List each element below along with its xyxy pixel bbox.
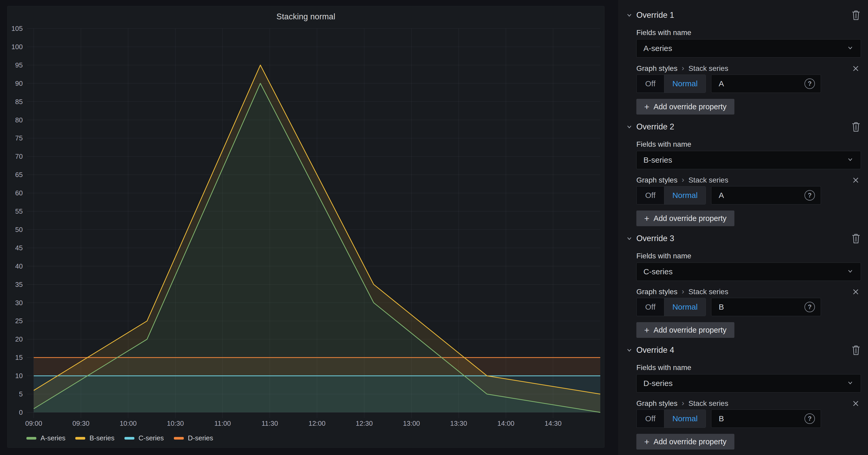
- field-name-select[interactable]: A-series: [637, 39, 861, 58]
- radio-option-normal[interactable]: Normal: [664, 75, 706, 93]
- svg-text:80: 80: [15, 116, 23, 124]
- svg-text:70: 70: [15, 152, 23, 160]
- chevron-down-icon[interactable]: [626, 12, 633, 19]
- add-override-property-button[interactable]: + Add override property: [637, 434, 735, 450]
- breadcrumb-property: Stack series: [688, 176, 728, 184]
- stack-group-input[interactable]: B ?: [711, 298, 821, 316]
- legend-color-chip: [174, 437, 184, 439]
- svg-text:45: 45: [15, 244, 23, 252]
- stacking-mode-radio-group: Off Normal: [637, 186, 706, 205]
- radio-option-off[interactable]: Off: [637, 75, 664, 93]
- field-name-value: C-series: [643, 267, 846, 276]
- trash-icon[interactable]: [850, 232, 862, 245]
- radio-option-normal[interactable]: Normal: [664, 298, 706, 316]
- svg-text:14:30: 14:30: [545, 419, 562, 427]
- close-icon[interactable]: [850, 63, 861, 74]
- trash-icon[interactable]: [850, 121, 862, 133]
- legend-item-a-series[interactable]: A-series: [26, 434, 65, 442]
- svg-text:90: 90: [15, 80, 23, 87]
- override-section: Override 4 Fields with name D-series Gra…: [618, 335, 868, 447]
- chevron-down-icon: [846, 268, 854, 276]
- svg-text:75: 75: [15, 134, 23, 142]
- override-title: Override 1: [637, 10, 674, 20]
- breadcrumb-property: Stack series: [688, 287, 728, 296]
- legend-item-c-series[interactable]: C-series: [124, 434, 164, 442]
- stacking-mode-radio-group: Off Normal: [637, 74, 706, 93]
- radio-option-off[interactable]: Off: [637, 298, 664, 316]
- override-section: Override 1 Fields with name A-series Gra…: [618, 0, 868, 112]
- svg-text:100: 100: [11, 43, 23, 51]
- fields-with-name-label: Fields with name: [637, 363, 691, 372]
- svg-text:35: 35: [15, 280, 23, 289]
- stack-group-input[interactable]: B ?: [711, 410, 821, 428]
- add-override-property-label: Add override property: [654, 437, 726, 446]
- fields-with-name-label: Fields with name: [637, 252, 691, 260]
- svg-text:60: 60: [15, 189, 23, 197]
- radio-option-normal[interactable]: Normal: [664, 186, 706, 204]
- breadcrumb-category: Graph styles: [637, 176, 677, 184]
- legend-item-b-series[interactable]: B-series: [75, 434, 114, 442]
- override-title: Override 3: [637, 234, 674, 243]
- chevron-down-icon: [846, 379, 854, 388]
- plus-icon: +: [644, 102, 649, 111]
- stack-group-input[interactable]: A ?: [711, 74, 821, 93]
- stacking-mode-radio-group: Off Normal: [637, 298, 706, 316]
- stack-group-input[interactable]: A ?: [711, 186, 821, 205]
- svg-text:5: 5: [19, 390, 23, 398]
- radio-option-off[interactable]: Off: [637, 410, 664, 428]
- chevron-down-icon: [846, 156, 854, 164]
- radio-option-off[interactable]: Off: [637, 186, 664, 204]
- radio-option-normal[interactable]: Normal: [664, 410, 706, 428]
- chevron-down-icon[interactable]: [626, 347, 633, 354]
- breadcrumb-category: Graph styles: [637, 399, 677, 408]
- legend-color-chip: [124, 437, 134, 439]
- help-icon: ?: [804, 79, 815, 89]
- svg-text:14:00: 14:00: [497, 419, 514, 427]
- field-name-select[interactable]: D-series: [637, 374, 861, 393]
- options-pane: Override 1 Fields with name A-series Gra…: [618, 0, 868, 455]
- stack-group-value: A: [719, 79, 804, 88]
- close-icon[interactable]: [850, 398, 861, 409]
- legend-item-d-series[interactable]: D-series: [174, 434, 213, 442]
- breadcrumb-category: Graph styles: [637, 64, 677, 73]
- override-header[interactable]: Override 2: [626, 118, 862, 136]
- override-rule-breadcrumb: Graph styles › Stack series: [637, 287, 861, 297]
- fields-with-name-label: Fields with name: [637, 140, 691, 149]
- chevron-down-icon[interactable]: [626, 123, 633, 130]
- stack-group-value: B: [719, 414, 804, 423]
- plus-icon: +: [644, 326, 649, 334]
- legend-color-chip: [75, 437, 85, 439]
- svg-text:11:00: 11:00: [214, 419, 231, 427]
- override-header[interactable]: Override 3: [626, 229, 862, 248]
- svg-text:11:30: 11:30: [261, 419, 278, 427]
- chart-legend: A-seriesB-seriesC-seriesD-series: [26, 434, 213, 442]
- legend-label: C-series: [138, 434, 164, 442]
- legend-color-chip: [26, 437, 36, 439]
- legend-label: B-series: [89, 434, 114, 442]
- svg-text:12:30: 12:30: [356, 419, 373, 427]
- chevron-right-icon: ›: [682, 64, 684, 73]
- help-icon: ?: [804, 414, 815, 424]
- chevron-down-icon[interactable]: [626, 235, 633, 242]
- close-icon[interactable]: [850, 286, 861, 297]
- trash-icon[interactable]: [850, 9, 862, 22]
- svg-text:30: 30: [15, 299, 23, 307]
- svg-text:85: 85: [15, 98, 23, 105]
- svg-text:0: 0: [19, 408, 23, 416]
- svg-text:13:30: 13:30: [450, 419, 467, 427]
- svg-text:09:30: 09:30: [72, 419, 89, 427]
- override-rule-breadcrumb: Graph styles › Stack series: [637, 64, 861, 73]
- field-name-select[interactable]: B-series: [637, 151, 861, 169]
- breadcrumb-property: Stack series: [688, 399, 728, 408]
- override-section: Override 3 Fields with name C-series Gra…: [618, 223, 868, 335]
- legend-label: D-series: [188, 434, 213, 442]
- close-icon[interactable]: [850, 175, 861, 185]
- legend-label: A-series: [40, 434, 65, 442]
- add-override-property-label: Add override property: [654, 326, 726, 334]
- svg-text:95: 95: [15, 61, 23, 69]
- field-name-select[interactable]: C-series: [637, 263, 861, 281]
- override-header[interactable]: Override 1: [626, 6, 862, 24]
- svg-text:15: 15: [15, 354, 23, 361]
- override-header[interactable]: Override 4: [626, 341, 862, 359]
- trash-icon[interactable]: [850, 344, 862, 357]
